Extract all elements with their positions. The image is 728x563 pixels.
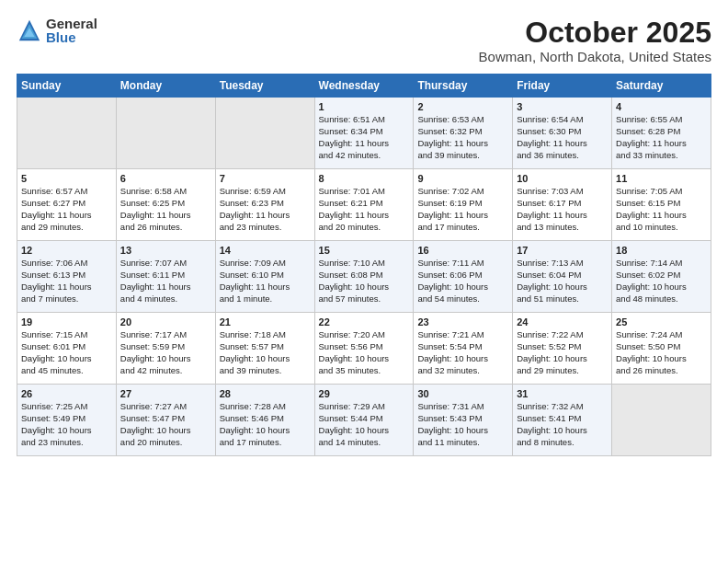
table-row: 27Sunrise: 7:27 AM Sunset: 5:47 PM Dayli… bbox=[116, 385, 215, 456]
title-block: October 2025 Bowman, North Dakota, Unite… bbox=[479, 17, 711, 64]
logo: General Blue bbox=[17, 17, 97, 44]
table-row: 13Sunrise: 7:07 AM Sunset: 6:11 PM Dayli… bbox=[116, 241, 215, 313]
day-number: 31 bbox=[517, 388, 608, 399]
day-info: Sunrise: 6:57 AM Sunset: 6:27 PM Dayligh… bbox=[21, 186, 112, 233]
table-row: 15Sunrise: 7:10 AM Sunset: 6:08 PM Dayli… bbox=[314, 241, 414, 313]
day-number: 11 bbox=[616, 173, 707, 184]
table-row: 20Sunrise: 7:17 AM Sunset: 5:59 PM Dayli… bbox=[116, 313, 215, 385]
day-info: Sunrise: 7:24 AM Sunset: 5:50 PM Dayligh… bbox=[616, 329, 707, 376]
day-info: Sunrise: 6:58 AM Sunset: 6:25 PM Dayligh… bbox=[120, 186, 211, 233]
table-row: 5Sunrise: 6:57 AM Sunset: 6:27 PM Daylig… bbox=[17, 169, 117, 241]
col-tuesday: Tuesday bbox=[215, 75, 314, 98]
table-row: 24Sunrise: 7:22 AM Sunset: 5:52 PM Dayli… bbox=[513, 313, 612, 385]
table-row: 14Sunrise: 7:09 AM Sunset: 6:10 PM Dayli… bbox=[215, 241, 314, 313]
day-number: 5 bbox=[21, 173, 112, 184]
day-info: Sunrise: 7:18 AM Sunset: 5:57 PM Dayligh… bbox=[220, 329, 311, 376]
logo-general: General bbox=[46, 17, 97, 30]
table-row: 1Sunrise: 6:51 AM Sunset: 6:34 PM Daylig… bbox=[314, 98, 414, 169]
day-number: 1 bbox=[319, 101, 410, 112]
day-info: Sunrise: 7:20 AM Sunset: 5:56 PM Dayligh… bbox=[319, 329, 410, 376]
day-info: Sunrise: 7:06 AM Sunset: 6:13 PM Dayligh… bbox=[21, 258, 112, 304]
day-info: Sunrise: 7:29 AM Sunset: 5:44 PM Dayligh… bbox=[319, 401, 410, 448]
day-number: 25 bbox=[616, 316, 707, 327]
day-info: Sunrise: 6:59 AM Sunset: 6:23 PM Dayligh… bbox=[220, 186, 311, 233]
table-row: 6Sunrise: 6:58 AM Sunset: 6:25 PM Daylig… bbox=[116, 169, 215, 241]
day-number: 27 bbox=[120, 388, 211, 399]
day-info: Sunrise: 7:13 AM Sunset: 6:04 PM Dayligh… bbox=[517, 258, 608, 304]
day-info: Sunrise: 6:55 AM Sunset: 6:28 PM Dayligh… bbox=[616, 114, 707, 161]
col-sunday: Sunday bbox=[17, 75, 117, 98]
day-number: 7 bbox=[220, 173, 311, 184]
table-row: 30Sunrise: 7:31 AM Sunset: 5:43 PM Dayli… bbox=[414, 385, 513, 456]
col-thursday: Thursday bbox=[414, 75, 513, 98]
day-number: 26 bbox=[21, 388, 112, 399]
table-row: 10Sunrise: 7:03 AM Sunset: 6:17 PM Dayli… bbox=[513, 169, 612, 241]
day-info: Sunrise: 7:11 AM Sunset: 6:06 PM Dayligh… bbox=[417, 258, 508, 304]
logo-text: General Blue bbox=[46, 17, 97, 44]
col-friday: Friday bbox=[513, 75, 612, 98]
day-number: 21 bbox=[220, 316, 311, 327]
day-number: 29 bbox=[319, 388, 410, 399]
day-info: Sunrise: 6:53 AM Sunset: 6:32 PM Dayligh… bbox=[417, 114, 508, 161]
day-number: 9 bbox=[417, 173, 508, 184]
calendar-table: Sunday Monday Tuesday Wednesday Thursday… bbox=[17, 74, 711, 456]
day-info: Sunrise: 7:09 AM Sunset: 6:10 PM Dayligh… bbox=[220, 258, 311, 304]
day-number: 8 bbox=[319, 173, 410, 184]
page: General Blue October 2025 Bowman, North … bbox=[0, 0, 728, 563]
table-row: 29Sunrise: 7:29 AM Sunset: 5:44 PM Dayli… bbox=[314, 385, 414, 456]
table-row: 2Sunrise: 6:53 AM Sunset: 6:32 PM Daylig… bbox=[414, 98, 513, 169]
day-info: Sunrise: 7:31 AM Sunset: 5:43 PM Dayligh… bbox=[417, 401, 508, 448]
table-row: 11Sunrise: 7:05 AM Sunset: 6:15 PM Dayli… bbox=[612, 169, 711, 241]
day-number: 18 bbox=[616, 245, 707, 256]
table-row: 8Sunrise: 7:01 AM Sunset: 6:21 PM Daylig… bbox=[314, 169, 414, 241]
day-number: 14 bbox=[220, 245, 311, 256]
table-row bbox=[17, 98, 117, 169]
day-number: 13 bbox=[120, 245, 211, 256]
calendar-subtitle: Bowman, North Dakota, United States bbox=[479, 49, 711, 64]
table-row: 19Sunrise: 7:15 AM Sunset: 6:01 PM Dayli… bbox=[17, 313, 117, 385]
calendar-header-row: Sunday Monday Tuesday Wednesday Thursday… bbox=[17, 75, 711, 98]
day-number: 24 bbox=[517, 316, 608, 327]
day-info: Sunrise: 7:03 AM Sunset: 6:17 PM Dayligh… bbox=[517, 186, 608, 233]
day-number: 17 bbox=[517, 245, 608, 256]
calendar-week-row: 5Sunrise: 6:57 AM Sunset: 6:27 PM Daylig… bbox=[17, 169, 711, 241]
table-row: 16Sunrise: 7:11 AM Sunset: 6:06 PM Dayli… bbox=[414, 241, 513, 313]
header: General Blue October 2025 Bowman, North … bbox=[17, 17, 711, 64]
day-number: 2 bbox=[417, 101, 508, 112]
table-row: 18Sunrise: 7:14 AM Sunset: 6:02 PM Dayli… bbox=[612, 241, 711, 313]
calendar-week-row: 19Sunrise: 7:15 AM Sunset: 6:01 PM Dayli… bbox=[17, 313, 711, 385]
logo-icon bbox=[17, 17, 42, 43]
table-row: 9Sunrise: 7:02 AM Sunset: 6:19 PM Daylig… bbox=[414, 169, 513, 241]
day-info: Sunrise: 7:10 AM Sunset: 6:08 PM Dayligh… bbox=[319, 258, 410, 304]
day-number: 30 bbox=[417, 388, 508, 399]
table-row bbox=[612, 385, 711, 456]
table-row: 4Sunrise: 6:55 AM Sunset: 6:28 PM Daylig… bbox=[612, 98, 711, 169]
day-info: Sunrise: 7:32 AM Sunset: 5:41 PM Dayligh… bbox=[517, 401, 608, 448]
day-number: 3 bbox=[517, 101, 608, 112]
table-row: 21Sunrise: 7:18 AM Sunset: 5:57 PM Dayli… bbox=[215, 313, 314, 385]
table-row: 28Sunrise: 7:28 AM Sunset: 5:46 PM Dayli… bbox=[215, 385, 314, 456]
table-row: 25Sunrise: 7:24 AM Sunset: 5:50 PM Dayli… bbox=[612, 313, 711, 385]
day-info: Sunrise: 7:02 AM Sunset: 6:19 PM Dayligh… bbox=[417, 186, 508, 233]
day-number: 10 bbox=[517, 173, 608, 184]
day-number: 12 bbox=[21, 245, 112, 256]
table-row bbox=[215, 98, 314, 169]
table-row: 23Sunrise: 7:21 AM Sunset: 5:54 PM Dayli… bbox=[414, 313, 513, 385]
calendar-week-row: 26Sunrise: 7:25 AM Sunset: 5:49 PM Dayli… bbox=[17, 385, 711, 456]
table-row: 22Sunrise: 7:20 AM Sunset: 5:56 PM Dayli… bbox=[314, 313, 414, 385]
day-info: Sunrise: 7:07 AM Sunset: 6:11 PM Dayligh… bbox=[120, 258, 211, 304]
table-row bbox=[116, 98, 215, 169]
col-saturday: Saturday bbox=[612, 75, 711, 98]
day-info: Sunrise: 7:14 AM Sunset: 6:02 PM Dayligh… bbox=[616, 258, 707, 304]
day-number: 16 bbox=[417, 245, 508, 256]
day-info: Sunrise: 7:17 AM Sunset: 5:59 PM Dayligh… bbox=[120, 329, 211, 376]
day-info: Sunrise: 6:54 AM Sunset: 6:30 PM Dayligh… bbox=[517, 114, 608, 161]
day-info: Sunrise: 7:01 AM Sunset: 6:21 PM Dayligh… bbox=[319, 186, 410, 233]
table-row: 3Sunrise: 6:54 AM Sunset: 6:30 PM Daylig… bbox=[513, 98, 612, 169]
table-row: 26Sunrise: 7:25 AM Sunset: 5:49 PM Dayli… bbox=[17, 385, 117, 456]
table-row: 17Sunrise: 7:13 AM Sunset: 6:04 PM Dayli… bbox=[513, 241, 612, 313]
day-info: Sunrise: 7:28 AM Sunset: 5:46 PM Dayligh… bbox=[220, 401, 311, 448]
day-info: Sunrise: 6:51 AM Sunset: 6:34 PM Dayligh… bbox=[319, 114, 410, 161]
day-number: 23 bbox=[417, 316, 508, 327]
calendar-week-row: 12Sunrise: 7:06 AM Sunset: 6:13 PM Dayli… bbox=[17, 241, 711, 313]
